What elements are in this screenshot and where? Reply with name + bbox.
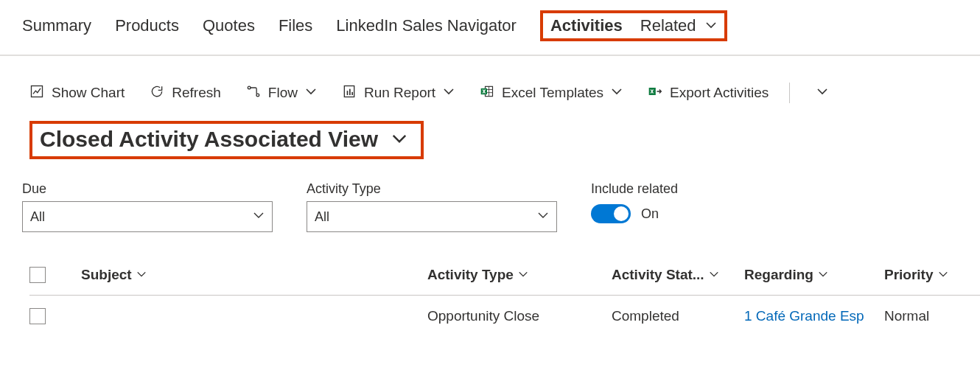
view-row: Closed Activity Associated View [0, 116, 980, 167]
chevron-down-icon [518, 267, 528, 283]
chevron-down-icon [938, 267, 948, 283]
export-activities-label: Export Activities [670, 85, 769, 101]
command-bar: Show Chart Refresh Flow Run Report Excel… [0, 56, 980, 116]
select-all-checkbox[interactable] [29, 267, 46, 283]
tab-summary[interactable]: Summary [22, 16, 91, 35]
excel-templates-label: Excel Templates [502, 85, 603, 101]
svg-rect-5 [349, 88, 351, 94]
chevron-down-icon [136, 267, 147, 283]
refresh-button[interactable]: Refresh [150, 84, 221, 102]
include-related-toggle[interactable] [591, 204, 631, 223]
chevron-down-icon [253, 209, 265, 225]
toggle-knob [614, 206, 629, 221]
chevron-down-icon [391, 127, 407, 152]
chevron-down-icon [305, 85, 317, 101]
flow-label: Flow [268, 85, 298, 101]
col-activity-type[interactable]: Activity Type [427, 267, 612, 283]
tab-products[interactable]: Products [115, 16, 179, 35]
chart-icon [29, 84, 44, 102]
col-regarding-label: Regarding [744, 267, 813, 283]
filters-row: Due All Activity Type All Include relate… [0, 167, 980, 247]
show-chart-button[interactable]: Show Chart [29, 84, 125, 102]
excel-icon [480, 84, 494, 102]
table-row[interactable]: Opportunity Close Completed 1 Café Grand… [29, 296, 980, 337]
activity-type-value: All [315, 209, 329, 225]
view-name: Closed Activity Associated View [40, 127, 378, 152]
chevron-down-icon [537, 209, 549, 225]
tab-quotes[interactable]: Quotes [203, 16, 255, 35]
row-checkbox[interactable] [29, 308, 46, 324]
chevron-down-icon [705, 16, 717, 35]
show-chart-label: Show Chart [52, 85, 125, 101]
svg-rect-4 [347, 91, 349, 95]
chevron-down-icon [709, 267, 719, 283]
col-subject-label: Subject [81, 267, 132, 283]
cell-activity-type: Opportunity Close [427, 308, 612, 324]
due-select[interactable]: All [22, 201, 273, 232]
svg-point-2 [256, 94, 259, 97]
highlighted-tab-group: Activities Related [540, 10, 727, 41]
chevron-down-icon [443, 85, 455, 101]
activity-type-filter: Activity Type All [307, 181, 557, 232]
view-selector[interactable]: Closed Activity Associated View [29, 121, 424, 159]
activity-type-select[interactable]: All [307, 201, 557, 232]
col-priority[interactable]: Priority [884, 267, 980, 283]
flow-icon [246, 84, 261, 102]
chevron-down-icon [818, 267, 828, 283]
flow-button[interactable]: Flow [246, 84, 317, 102]
tab-activities[interactable]: Activities [550, 16, 623, 35]
col-activity-type-label: Activity Type [427, 267, 514, 283]
export-activities-button[interactable]: Export Activities [648, 84, 769, 102]
include-related-filter: Include related On [591, 181, 678, 223]
due-filter: Due All [22, 181, 273, 232]
tab-related[interactable]: Related [640, 16, 717, 35]
chevron-down-icon [816, 85, 828, 101]
excel-templates-button[interactable]: Excel Templates [480, 84, 623, 102]
activity-type-label: Activity Type [307, 181, 557, 197]
refresh-label: Refresh [172, 85, 221, 101]
toolbar-separator [789, 83, 790, 103]
include-related-state: On [641, 206, 659, 222]
svg-point-1 [248, 86, 251, 89]
excel-export-icon [648, 84, 662, 102]
tab-linkedin[interactable]: LinkedIn Sales Navigator [336, 16, 517, 35]
tab-files[interactable]: Files [279, 16, 312, 35]
cell-regarding-link[interactable]: 1 Café Grande Esp [744, 308, 884, 324]
col-activity-status[interactable]: Activity Stat... [612, 267, 744, 283]
col-subject[interactable]: Subject [81, 267, 427, 283]
due-label: Due [22, 181, 273, 197]
report-icon [342, 84, 357, 102]
more-commands-button[interactable] [816, 85, 828, 101]
cell-activity-status: Completed [612, 308, 744, 324]
include-related-label: Include related [591, 181, 678, 197]
col-priority-label: Priority [884, 267, 934, 283]
activities-grid: Subject Activity Type Activity Stat... R… [0, 247, 980, 337]
refresh-icon [150, 84, 164, 102]
cell-priority: Normal [884, 308, 980, 324]
col-activity-status-label: Activity Stat... [612, 267, 704, 283]
col-regarding[interactable]: Regarding [744, 267, 884, 283]
record-tabs: Summary Products Quotes Files LinkedIn S… [0, 0, 980, 56]
run-report-label: Run Report [364, 85, 435, 101]
chevron-down-icon [611, 85, 623, 101]
run-report-button[interactable]: Run Report [342, 84, 455, 102]
svg-rect-6 [351, 91, 353, 94]
grid-header: Subject Activity Type Activity Stat... R… [29, 254, 980, 296]
tab-related-label: Related [640, 16, 696, 35]
due-value: All [30, 209, 45, 225]
